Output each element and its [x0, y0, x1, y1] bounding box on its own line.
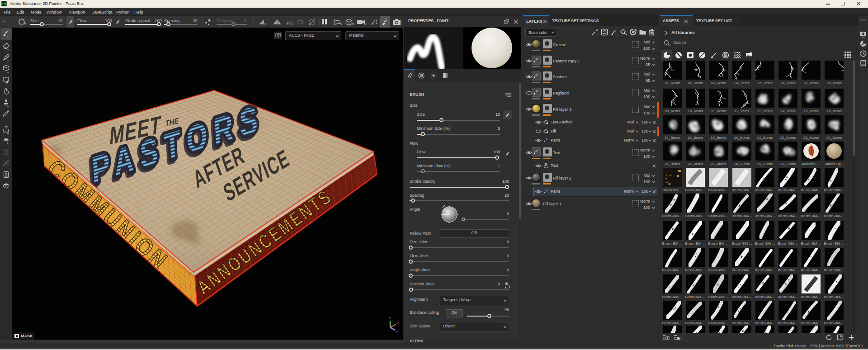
svg-text:X: X — [397, 321, 400, 325]
svg-text:Z: Z — [396, 330, 398, 334]
svg-text:Y: Y — [389, 316, 392, 320]
svg-text:1: 1 — [7, 141, 9, 144]
